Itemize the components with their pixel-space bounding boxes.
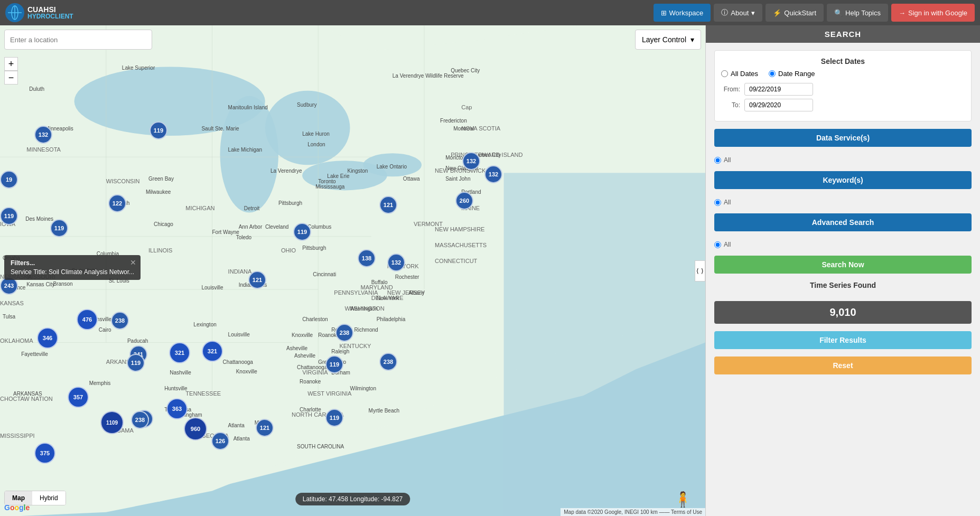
map-cluster-c5[interactable]: 119 xyxy=(50,219,68,237)
filter-results-button[interactable]: Filter Results xyxy=(714,331,972,349)
zoom-controls: + − xyxy=(4,57,18,85)
map-cluster-c33[interactable]: 238 xyxy=(379,353,397,371)
workspace-icon: ⊞ xyxy=(661,9,667,17)
map-cluster-c26[interactable]: 1109 xyxy=(100,411,124,434)
advanced-search-radio: All xyxy=(714,241,972,248)
map-cluster-c31[interactable]: 238 xyxy=(335,324,353,342)
map-cluster-c2[interactable]: 119 xyxy=(150,121,167,139)
layer-control-dropdown-icon: ▾ xyxy=(690,35,694,44)
svg-text:Chattanooga: Chattanooga xyxy=(223,359,254,365)
map-cluster-c35[interactable]: 19 xyxy=(0,171,18,189)
map-cluster-c3[interactable]: 119 xyxy=(0,207,18,225)
map-cluster-c23[interactable]: 357 xyxy=(68,387,89,408)
search-now-button[interactable]: Search Now xyxy=(714,256,972,274)
svg-text:Myrtle Beach: Myrtle Beach xyxy=(369,408,399,414)
workspace-button[interactable]: ⊞ Workspace xyxy=(654,4,711,22)
main-layout: MINNESOTA WISCONSIN MICHIGAN IOWA ILLINO… xyxy=(0,25,980,516)
map-cluster-c21[interactable]: 321 xyxy=(169,342,190,363)
map-container[interactable]: MINNESOTA WISCONSIN MICHIGAN IOWA ILLINO… xyxy=(0,25,705,516)
map-cluster-c16[interactable]: 238 xyxy=(111,312,129,330)
svg-text:Kingston: Kingston xyxy=(347,168,368,174)
map-cluster-c32[interactable]: 119 xyxy=(325,355,343,373)
zoom-in-button[interactable]: + xyxy=(4,57,18,71)
quickstart-button[interactable]: ⚡ QuickStart xyxy=(766,4,824,22)
panel-collapse-button[interactable]: ⟨ ⟩ xyxy=(695,260,705,282)
layer-control-label: Layer Control xyxy=(642,35,686,44)
map-cluster-c8[interactable]: 132 xyxy=(484,165,502,183)
map-type-hybrid-button[interactable]: Hybrid xyxy=(32,491,66,505)
svg-text:Chicago: Chicago xyxy=(154,221,173,227)
map-cluster-c22[interactable]: 321 xyxy=(202,341,223,362)
map-cluster-c25[interactable]: 960 xyxy=(184,417,207,440)
map-cluster-c29[interactable]: 375 xyxy=(34,443,55,464)
keywords-button[interactable]: Keyword(s) xyxy=(714,171,972,189)
svg-text:Knoxville: Knoxville xyxy=(236,369,258,374)
to-label: To: xyxy=(721,101,740,109)
map-cluster-c4[interactable]: 122 xyxy=(108,194,126,212)
street-view-icon[interactable]: 🧍 xyxy=(674,491,692,508)
map-cluster-c27[interactable]: 238 xyxy=(131,411,149,429)
all-dates-radio[interactable] xyxy=(721,70,728,77)
svg-text:Lake Ontario: Lake Ontario xyxy=(377,164,407,170)
svg-text:SOUTH CAROLINA: SOUTH CAROLINA xyxy=(297,444,344,449)
date-range-radio[interactable] xyxy=(769,70,776,77)
coords-text: Latitude: 47.458 Longitude: -94.827 xyxy=(303,495,403,503)
svg-text:OKLAHOMA: OKLAHOMA xyxy=(0,337,33,344)
svg-text:Sault Ste. Marie: Sault Ste. Marie xyxy=(201,126,239,132)
navbar: CUAHSI HYDROCLIENT ⊞ Workspace ⓘ About ▾… xyxy=(0,0,980,25)
keywords-all-radio[interactable] xyxy=(714,199,721,206)
location-search-input[interactable] xyxy=(4,30,152,50)
map-cluster-c12[interactable]: 132 xyxy=(387,254,405,271)
svg-text:Fredericton: Fredericton xyxy=(440,118,467,124)
map-cluster-c24[interactable]: 363 xyxy=(166,398,188,419)
map-cluster-c15[interactable]: 476 xyxy=(77,309,98,330)
map-cluster-c6[interactable]: 119 xyxy=(293,223,311,241)
svg-text:Detroit: Detroit xyxy=(244,205,260,211)
date-range-radio-label[interactable]: Date Range xyxy=(769,70,815,78)
svg-text:Lake Superior: Lake Superior xyxy=(122,65,155,71)
map-cluster-c10[interactable]: 121 xyxy=(379,196,397,214)
svg-text:CONNECTICUT: CONNECTICUT xyxy=(435,258,478,264)
zoom-out-button[interactable]: − xyxy=(4,71,18,85)
info-icon: ⓘ xyxy=(721,8,728,17)
svg-text:Rochester: Rochester xyxy=(395,274,419,280)
map-cluster-c11[interactable]: 138 xyxy=(358,249,376,267)
to-date-input[interactable] xyxy=(744,99,813,111)
help-topics-button[interactable]: 🔍 Help Topics xyxy=(827,4,888,22)
map-cluster-c17[interactable]: 346 xyxy=(37,327,58,349)
svg-text:Branson: Branson xyxy=(53,281,72,287)
from-date-row: From: xyxy=(721,83,965,96)
map-cluster-c30[interactable]: 121 xyxy=(256,419,274,437)
map-cluster-c7[interactable]: 132 xyxy=(462,152,480,170)
advanced-search-all-radio[interactable] xyxy=(714,241,721,248)
layer-control-button[interactable]: Layer Control ▾ xyxy=(635,30,701,50)
from-date-input[interactable] xyxy=(744,83,813,96)
advanced-search-button[interactable]: Advanced Search xyxy=(714,213,972,231)
svg-text:New York: New York xyxy=(377,295,399,301)
google-logo: Google xyxy=(4,503,30,512)
search-nav-icon: 🔍 xyxy=(834,9,843,17)
about-button[interactable]: ⓘ About ▾ xyxy=(714,4,762,22)
svg-text:NEW HAMPSHIRE: NEW HAMPSHIRE xyxy=(435,226,484,232)
right-panel: SEARCH Select Dates All Dates Date Range xyxy=(705,25,980,516)
map-cluster-c34[interactable]: 119 xyxy=(325,409,343,427)
map-cluster-c13[interactable]: 121 xyxy=(248,271,266,289)
map-cluster-c9[interactable]: 260 xyxy=(455,192,473,210)
svg-text:Richmond: Richmond xyxy=(354,327,378,333)
data-services-all-radio[interactable] xyxy=(714,157,721,164)
svg-text:Memphis: Memphis xyxy=(89,380,111,386)
filter-close-icon[interactable]: ✕ xyxy=(130,258,136,267)
map-cluster-c28[interactable]: 126 xyxy=(211,432,229,450)
map-cluster-c20[interactable]: 119 xyxy=(127,354,145,372)
svg-text:MINNESOTA: MINNESOTA xyxy=(26,146,61,153)
data-services-button[interactable]: Data Service(s) xyxy=(714,129,972,147)
reset-button[interactable]: Reset xyxy=(714,356,972,374)
svg-text:Fort Wayne: Fort Wayne xyxy=(212,229,240,235)
signin-button[interactable]: → Sign in with Google xyxy=(891,4,975,22)
coordinates-display: Latitude: 47.458 Longitude: -94.827 xyxy=(295,493,410,505)
filter-tooltip-title: Filters... xyxy=(11,259,134,267)
svg-text:Buffalo: Buffalo xyxy=(371,279,388,285)
map-cluster-c1[interactable]: 132 xyxy=(34,126,52,144)
all-dates-radio-label[interactable]: All Dates xyxy=(721,70,758,78)
svg-text:OHIO: OHIO xyxy=(281,247,296,254)
